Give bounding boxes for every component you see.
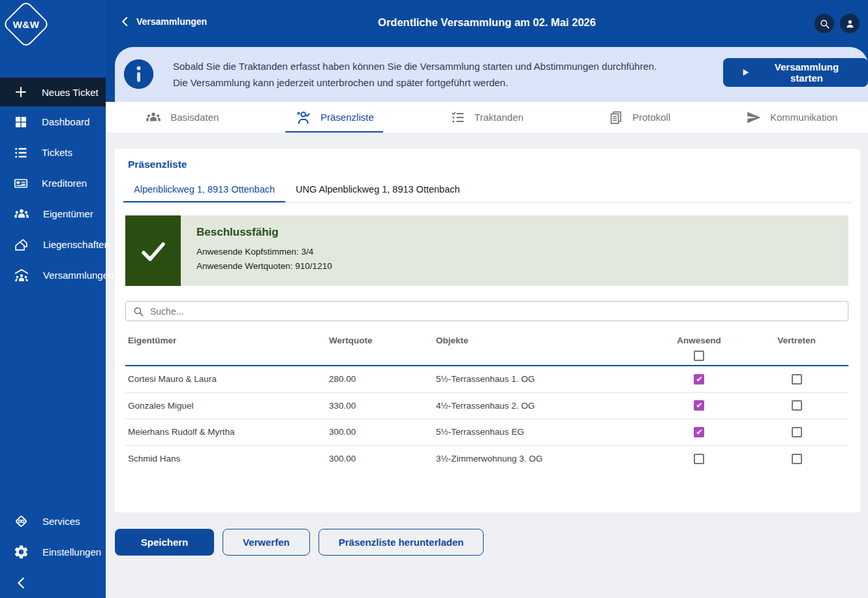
banner-line-2: Die Versammlung kann jederzeit unterbroc… xyxy=(173,74,657,91)
tab-kommunikation[interactable]: Kommunikation xyxy=(715,102,868,133)
person-icon xyxy=(845,18,856,29)
quorum-details: Beschlussfähig Anwesende Kopfstimmen: 3/… xyxy=(181,215,848,286)
tab-praesenzliste[interactable]: Präsenzliste xyxy=(258,102,411,133)
column-header-anwesend: Anwesend xyxy=(653,325,745,361)
logo-text: W&W xyxy=(5,3,47,45)
footer-actions: Speichern Verwerfen Präsenzliste herunte… xyxy=(115,529,484,556)
table-row: Meierhans Rudolf & Myrtha 300.00 5½-Terr… xyxy=(125,419,848,446)
sidebar-item-label: Liegenschaften xyxy=(43,239,110,250)
tab-label: Präsenzliste xyxy=(320,112,374,123)
cell-anwesend xyxy=(653,427,745,437)
property-subtabs: Alpenblickweg 1, 8913 Ottenbach UNG Alpe… xyxy=(123,178,852,203)
info-icon xyxy=(124,59,153,89)
quorum-status-panel: Beschlussfähig Anwesende Kopfstimmen: 3/… xyxy=(125,215,848,286)
column-header-objekte: Objekte xyxy=(436,325,653,345)
sidebar-item-label: Neues Ticket xyxy=(42,87,99,98)
tab-protokoll[interactable]: Protokoll xyxy=(563,102,716,133)
vertreten-checkbox[interactable] xyxy=(792,374,802,385)
gear-icon xyxy=(13,544,29,560)
checklist-icon xyxy=(450,110,466,125)
sidebar-item-label: Tickets xyxy=(42,147,72,158)
sidebar: W&W Neues Ticket Dashboard Tickets xyxy=(0,0,106,598)
info-banner: Sobald Sie die Traktanden erfasst haben … xyxy=(115,47,868,102)
houses-icon xyxy=(13,236,30,253)
cell-vertreten xyxy=(745,374,848,385)
sidebar-item-label: Versammlungen xyxy=(43,270,114,281)
cell-wertquote: 280.00 xyxy=(329,374,436,384)
sidebar-item-versammlungen[interactable]: Versammlungen xyxy=(0,260,106,291)
cell-vertreten xyxy=(745,454,848,464)
start-meeting-label: Versammlung starten xyxy=(762,61,851,84)
sidebar-item-label: Kreditoren xyxy=(42,178,87,189)
start-meeting-button[interactable]: Versammlung starten xyxy=(723,58,868,87)
anwesend-checkbox[interactable] xyxy=(694,374,704,385)
cell-anwesend xyxy=(653,374,745,385)
cell-eigentuemer: Cortesi Mauro & Laura xyxy=(125,374,329,384)
download-attendance-button[interactable]: Präsenzliste herunterladen xyxy=(318,529,484,556)
sidebar-item-liegenschaften[interactable]: Liegenschaften xyxy=(0,229,106,260)
banner-line-1: Sobald Sie die Traktanden erfasst haben … xyxy=(173,58,657,74)
magnifier-icon xyxy=(132,306,144,317)
anwesend-checkbox[interactable] xyxy=(694,427,704,437)
anwesend-checkbox[interactable] xyxy=(694,400,704,411)
sidebar-item-label: Dashboard xyxy=(42,116,89,127)
sidebar-collapse-button[interactable] xyxy=(0,567,106,598)
tab-label: Basisdaten xyxy=(170,112,219,123)
chevron-left-icon xyxy=(14,576,29,590)
sidebar-item-kreditoren[interactable]: Kreditoren xyxy=(0,168,106,198)
sidebar-item-label: Services xyxy=(42,516,80,527)
column-header-label: Vertreten xyxy=(777,336,816,345)
sidebar-nav-bottom: Services Einstellungen xyxy=(0,506,106,598)
banner-text: Sobald Sie die Traktanden erfasst haben … xyxy=(173,58,657,91)
cell-wertquote: 330.00 xyxy=(329,401,436,411)
vertreten-checkbox[interactable] xyxy=(792,454,802,464)
sidebar-item-services[interactable]: Services xyxy=(0,506,106,537)
search-input[interactable] xyxy=(150,306,841,317)
vertreten-checkbox[interactable] xyxy=(792,427,802,437)
vertreten-checkbox[interactable] xyxy=(792,400,802,411)
top-header: Versammlungen Ordentliche Versammlung am… xyxy=(0,0,868,47)
column-header-vertreten: Vertreten xyxy=(745,325,848,345)
table-row: Schmid Hans 300.00 3½-Zimmerwohnung 3. O… xyxy=(125,446,848,473)
cell-objekte: 5½-Terrassenhaus EG xyxy=(436,427,653,437)
tab-label: Protokoll xyxy=(632,112,670,123)
select-all-anwesend-checkbox[interactable] xyxy=(694,351,704,361)
tab-label: Kommunikation xyxy=(770,112,837,123)
dashboard-icon xyxy=(13,114,29,130)
play-icon xyxy=(740,67,751,78)
tab-label: Traktanden xyxy=(474,112,523,123)
table-row: Cortesi Mauro & Laura 280.00 5½-Terrasse… xyxy=(125,366,848,393)
cell-vertreten xyxy=(745,400,848,411)
content-card: Präsenzliste Alpenblickweg 1, 8913 Otten… xyxy=(115,149,860,512)
plus-icon xyxy=(13,84,29,100)
page-title: Ordentliche Versammlung am 02. Mai 2026 xyxy=(106,16,868,29)
discard-button[interactable]: Verwerfen xyxy=(223,529,310,556)
cell-wertquote: 300.00 xyxy=(329,454,436,464)
group-icon xyxy=(145,109,162,126)
tab-traktanden[interactable]: Traktanden xyxy=(411,102,563,133)
main-tabbar: Basisdaten Präsenzliste Traktanden Proto… xyxy=(106,102,868,133)
account-button[interactable] xyxy=(840,14,860,33)
sidebar-item-tickets[interactable]: Tickets xyxy=(0,137,106,168)
sidebar-item-einstellungen[interactable]: Einstellungen xyxy=(0,537,106,567)
subtab-ung-alpenblickweg[interactable]: UNG Alpenblickweg 1, 8913 Ottenbach xyxy=(285,178,470,202)
quorum-check-box xyxy=(125,215,181,286)
anwesend-checkbox[interactable] xyxy=(694,454,704,464)
attendance-table: Eigentümer Wertquote Objekte Anwesend Ve… xyxy=(125,325,848,472)
active-tab-underline xyxy=(285,131,383,133)
app-window: Versammlungen Ordentliche Versammlung am… xyxy=(0,0,868,598)
tab-basisdaten[interactable]: Basisdaten xyxy=(106,102,258,133)
cell-anwesend xyxy=(653,400,745,411)
brand-logo[interactable]: W&W xyxy=(5,3,47,45)
sidebar-item-eigentuemer[interactable]: Eigentümer xyxy=(0,198,106,229)
document-icon xyxy=(608,110,624,125)
sidebar-item-dashboard[interactable]: Dashboard xyxy=(0,106,106,137)
person-check-icon xyxy=(295,109,312,126)
column-header-eigentuemer: Eigentümer xyxy=(125,325,329,345)
save-button[interactable]: Speichern xyxy=(115,529,214,556)
services-icon xyxy=(13,513,29,529)
search-button[interactable] xyxy=(814,14,834,33)
sidebar-item-neues-ticket[interactable]: Neues Ticket xyxy=(0,78,106,106)
cell-wertquote: 300.00 xyxy=(329,427,436,437)
subtab-alpenblickweg[interactable]: Alpenblickweg 1, 8913 Ottenbach xyxy=(123,178,285,202)
